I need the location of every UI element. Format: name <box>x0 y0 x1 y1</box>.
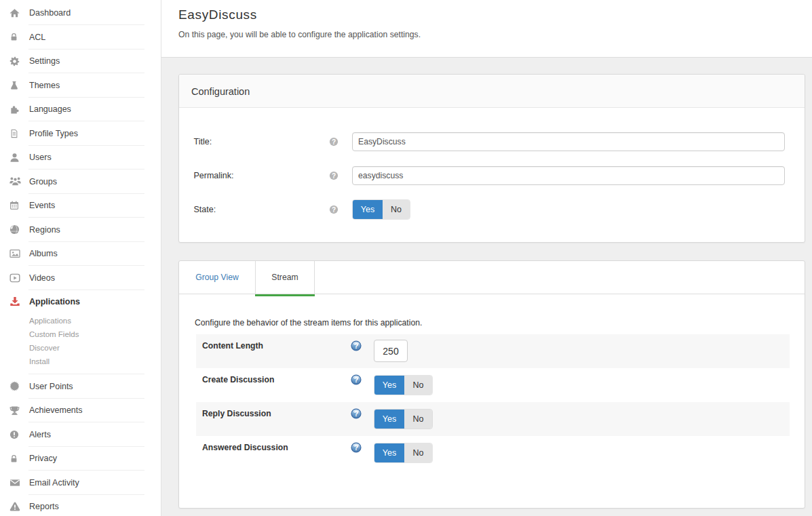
svg-text:?: ? <box>354 342 359 350</box>
svg-text:?: ? <box>332 138 336 146</box>
svg-text:?: ? <box>354 376 359 384</box>
svg-text:?: ? <box>354 443 359 452</box>
svg-text:?: ? <box>332 172 336 180</box>
svg-text:?: ? <box>354 410 359 418</box>
svg-text:?: ? <box>332 206 336 214</box>
